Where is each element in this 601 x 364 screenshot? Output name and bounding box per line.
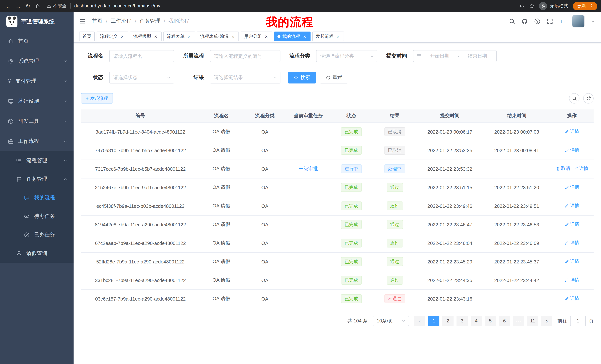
browser-back-icon[interactable]: ← [4, 1, 13, 11]
result-select[interactable]: 请选择流结果 [210, 72, 280, 84]
search-button[interactable]: 搜索 [288, 72, 316, 84]
sidebar-item-todo-task[interactable]: 待办任务 [0, 207, 74, 226]
tab-process-model[interactable]: 流程模型× [130, 31, 161, 41]
category-cell: OA [243, 141, 287, 160]
pagination-page-1[interactable]: 1 [428, 316, 440, 326]
sidebar-item-my-process[interactable]: 我的流程 [0, 189, 74, 207]
refresh-table-button[interactable] [583, 93, 594, 104]
filter-result: 结果 请选择流结果 [182, 72, 280, 84]
pagination-page-4[interactable]: 4 [471, 316, 482, 326]
url-text[interactable]: dashboard.yudao.iocoder.cn/bpm/task/my [74, 3, 160, 9]
status-select[interactable]: 请选择状态 [109, 72, 174, 84]
pagination-page-3[interactable]: 3 [457, 316, 468, 326]
browser-forward-icon[interactable]: → [13, 1, 23, 11]
sidebar-item-done-task[interactable]: 已办任务 [0, 226, 74, 244]
tab-process-definition[interactable]: 流程定义× [97, 31, 128, 41]
password-key-icon[interactable] [520, 3, 525, 9]
col-category: 流程分类 [243, 109, 287, 123]
filter-submit-time: 提交时间 开始日期 - 结束日期 [385, 50, 497, 62]
breadcrumb-item[interactable]: 任务管理 [140, 18, 160, 25]
pagination-prev[interactable]: ‹ [414, 316, 425, 326]
sidebar-item-system[interactable]: 系统管理 [0, 51, 74, 71]
detail-link[interactable]: 详情 [565, 240, 579, 246]
update-label: 更新 [577, 3, 586, 9]
breadcrumb-item[interactable]: 首页 [92, 18, 102, 25]
reset-button[interactable]: 重置 [320, 72, 348, 84]
close-tab-icon[interactable]: × [186, 34, 192, 39]
process-id-cell: 331bc281-7b9a-11ec-a290-acde48001122 [81, 271, 200, 289]
detail-link[interactable]: 详情 [565, 203, 579, 209]
current-task-link[interactable]: 一级审批 [299, 166, 318, 172]
detail-link[interactable]: 详情 [565, 184, 579, 191]
address-bar[interactable]: 不安全 dashboard.yudao.iocoder.cn/bpm/task/… [47, 3, 515, 9]
close-tab-icon[interactable]: × [120, 34, 125, 39]
detail-link[interactable]: 详情 [565, 259, 579, 265]
bookmark-star-icon[interactable] [529, 3, 534, 9]
main-area: 首页 / 工作流程 / 任务管理 / 我的流程 TT [74, 12, 601, 364]
security-label[interactable]: 不安全 [53, 3, 67, 9]
detail-link[interactable]: 详情 [565, 296, 579, 302]
sidebar-item-payment[interactable]: ¥支付管理 [0, 71, 74, 91]
tab-user-group[interactable]: 用户分组× [241, 31, 272, 41]
submit-time-cell: 2022-01-22 23:43:16 [416, 289, 483, 308]
cancel-link[interactable]: 取消 [555, 166, 570, 172]
pagination-page-5[interactable]: 5 [485, 316, 496, 326]
sidebar-item-label: 流程管理 [26, 157, 59, 164]
sidebar-item-workflow[interactable]: 工作流程 [0, 131, 74, 151]
pagination-more[interactable]: ··· [513, 316, 524, 326]
goto-page-input[interactable] [570, 316, 586, 326]
header-search-icon[interactable] [509, 18, 515, 24]
sidebar-item-infra[interactable]: 基础设施 [0, 91, 74, 111]
app-logo[interactable]: 芋道管理系统 [0, 12, 74, 31]
tab-process-form[interactable]: 流程表单× [163, 31, 195, 41]
tab-process-form-edit[interactable]: 流程表单-编辑× [197, 31, 239, 41]
user-avatar[interactable] [572, 15, 585, 28]
github-icon[interactable] [521, 18, 528, 24]
tab-label: 流程模型 [133, 33, 151, 39]
create-process-button[interactable]: + 发起流程 [81, 93, 113, 104]
browser-home-icon[interactable] [33, 1, 42, 11]
process-name-input[interactable] [113, 53, 170, 59]
category-select[interactable]: 请选择流程分类 [316, 50, 377, 62]
submit-time-range-picker[interactable]: 开始日期 - 结束日期 [413, 50, 497, 62]
pagination-page-2[interactable]: 2 [442, 316, 453, 326]
sidebar-item-leave-query[interactable]: 请假查询 [0, 244, 74, 263]
browser-reload-icon[interactable]: ↻ [23, 1, 33, 11]
detail-link[interactable]: 详情 [565, 147, 579, 153]
help-icon[interactable] [534, 18, 541, 24]
browser-update-button[interactable]: 更新 ⋮ [573, 2, 597, 10]
close-tab-icon[interactable]: × [302, 34, 307, 39]
avatar-caret-icon[interactable] [591, 19, 595, 23]
sidebar-item-process-manage[interactable]: 流程管理 [0, 151, 74, 170]
font-size-icon[interactable]: TT [559, 18, 566, 24]
detail-link[interactable]: 详情 [565, 277, 579, 283]
page-size-select[interactable]: 10条/页 [373, 316, 409, 326]
close-tab-icon[interactable]: × [264, 34, 269, 39]
pagination-page-6[interactable]: 6 [499, 316, 510, 326]
sidebar-item-home[interactable]: 首页 [0, 31, 74, 51]
toggle-search-button[interactable] [569, 93, 580, 104]
detail-link[interactable]: 详情 [574, 166, 588, 172]
detail-link[interactable]: 详情 [565, 129, 579, 135]
detail-link[interactable]: 详情 [565, 221, 579, 228]
close-tab-icon[interactable]: × [230, 34, 235, 39]
actions-cell: 详情 [550, 234, 594, 252]
breadcrumb-item[interactable]: 工作流程 [111, 18, 131, 25]
pagination-next[interactable]: › [541, 316, 552, 326]
tab-my-process[interactable]: 我的流程× [274, 31, 311, 41]
close-tab-icon[interactable]: × [335, 34, 341, 39]
process-definition-input[interactable] [214, 53, 276, 59]
result-cell: 通过 [373, 271, 416, 289]
sidebar-item-task-manage[interactable]: 任务管理 [0, 170, 74, 189]
fullscreen-icon[interactable] [547, 18, 553, 24]
collapse-sidebar-icon[interactable] [80, 18, 86, 24]
tab-start-process[interactable]: 发起流程× [312, 31, 344, 41]
close-tab-icon[interactable]: × [153, 34, 158, 39]
status-badge: 已完成 [341, 146, 362, 155]
browser-menu-icon[interactable]: ⋮ [589, 3, 594, 9]
pagination-page-11[interactable]: 11 [527, 316, 538, 326]
tab-home[interactable]: 首页 [79, 31, 95, 41]
result-cell: 通过 [373, 215, 416, 234]
sidebar-item-devtools[interactable]: 研发工具 [0, 111, 74, 131]
process-name-cell: OA 请假 [200, 178, 243, 197]
